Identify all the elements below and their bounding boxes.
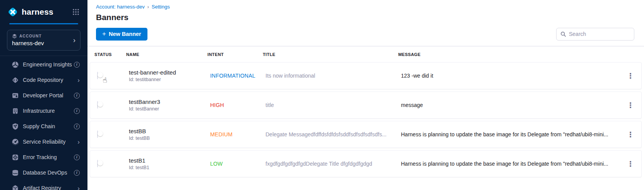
info-icon: i	[74, 154, 80, 160]
breadcrumb: Account: harness-dev › Settings	[96, 4, 635, 10]
banner-message: message	[401, 102, 620, 108]
sidebar-nav: Engineering Insights i Code Repository ›…	[0, 56, 87, 190]
banner-title: title	[265, 102, 401, 108]
main-content: Account: harness-dev › Settings Banners …	[87, 0, 644, 190]
status-toggle[interactable]	[97, 101, 98, 109]
intent-badge: INFORMATIONAL	[210, 73, 265, 79]
supply-chain-icon	[12, 123, 19, 130]
search-input[interactable]	[569, 31, 630, 37]
engineering-insights-icon	[12, 61, 19, 68]
intent-badge: HIGH	[210, 102, 265, 108]
account-scope-icon	[12, 34, 17, 39]
apps-grid-icon[interactable]	[72, 8, 80, 16]
sidebar-item-supply-chain[interactable]: Supply Chain i	[0, 119, 87, 134]
status-cell: ☝	[97, 160, 129, 167]
chevron-right-icon: ›	[77, 77, 80, 83]
plus-icon: +	[102, 30, 106, 38]
breadcrumb-account-link[interactable]: Account: harness-dev	[96, 4, 145, 10]
brand-row: harness	[0, 0, 87, 22]
service-reliability-icon	[12, 138, 19, 146]
name-cell: testBB Id: testBB	[129, 128, 210, 141]
account-name: harness-dev	[12, 40, 73, 46]
error-tracking-icon	[12, 154, 19, 161]
chevron-right-icon: ›	[73, 37, 75, 44]
sidebar-item-error-tracking[interactable]: Error Tracking i	[0, 149, 87, 165]
banner-message: Harness is planning to update the base i…	[401, 161, 620, 167]
account-label: ACCOUNT	[19, 34, 42, 38]
status-cell: ☝	[97, 131, 129, 138]
page-header: Account: harness-dev › Settings Banners	[87, 0, 644, 22]
kebab-menu-icon[interactable]: ⋮	[620, 102, 641, 109]
brand-underline	[9, 23, 78, 24]
brand-name: harness	[22, 7, 72, 17]
status-toggle[interactable]	[97, 72, 98, 79]
banners-table: STATUS NAME INTENT TITLE MESSAGE ☝ test-…	[87, 46, 644, 190]
database-devops-icon	[12, 169, 19, 176]
banner-id: Id: testBB	[129, 136, 210, 141]
col-name: NAME	[126, 52, 207, 57]
kebab-menu-icon[interactable]: ⋮	[620, 72, 641, 80]
sidebar-item-database-devops[interactable]: Database DevOps i	[0, 165, 87, 180]
banner-name: testBB	[129, 128, 210, 134]
toolbar: + New Banner	[87, 22, 644, 46]
banner-title: Delegate Messagedfdffdsfdfdsfsddfsdfsdfs…	[265, 131, 401, 137]
status-toggle[interactable]	[97, 160, 98, 167]
banner-message: Harness is planning to update the base i…	[401, 131, 620, 137]
new-banner-label: New Banner	[109, 31, 141, 37]
banner-name: testB1	[129, 157, 210, 164]
sidebar-item-service-reliability[interactable]: Service Reliability ›	[0, 134, 87, 149]
cursor-pointer-icon: ☝	[102, 75, 108, 84]
page-title: Banners	[96, 13, 635, 22]
banner-message: 123 -we did it	[401, 73, 620, 79]
kebab-menu-icon[interactable]: ⋮	[620, 131, 641, 138]
table-row[interactable]: ☝ test-banner-edited Id: testitbanner IN…	[90, 62, 642, 89]
table-body: ☝ test-banner-edited Id: testitbanner IN…	[87, 62, 644, 177]
search-box[interactable]	[556, 28, 634, 41]
infrastructure-icon	[12, 107, 19, 115]
chevron-right-icon: ›	[77, 139, 80, 145]
status-toggle[interactable]	[97, 131, 98, 138]
col-status: STATUS	[94, 52, 126, 57]
banner-title: Its now informational	[265, 73, 401, 79]
code-repository-icon	[12, 76, 19, 84]
banner-title: fxgdfgdfgdfgdfgdDelegate Title dfgfdgdfg…	[265, 161, 401, 167]
artifact-registry-icon	[12, 185, 19, 190]
table-header: STATUS NAME INTENT TITLE MESSAGE	[87, 46, 644, 62]
intent-badge: MEDIUM	[210, 131, 265, 137]
info-icon: i	[74, 108, 80, 114]
banner-id: Id: testB1	[129, 165, 210, 170]
chevron-right-icon: ›	[77, 185, 80, 190]
account-selector[interactable]: ACCOUNT harness-dev ›	[7, 30, 80, 51]
sidebar: harness ACCOUNT harness-dev › Engineerin…	[0, 0, 87, 190]
sidebar-item-code-repository[interactable]: Code Repository ›	[0, 72, 87, 88]
banner-name: testBanner3	[129, 98, 210, 105]
info-icon: i	[74, 62, 80, 68]
info-icon: i	[74, 93, 80, 98]
info-icon: i	[74, 170, 80, 176]
banner-name: test-banner-edited	[129, 69, 210, 76]
sidebar-item-artifact-registry[interactable]: Artifact Registry ›	[0, 180, 87, 190]
col-title: TITLE	[263, 52, 398, 57]
info-icon: i	[74, 124, 80, 129]
app-window: harness ACCOUNT harness-dev › Engineerin…	[0, 0, 644, 190]
status-cell: ☝	[97, 102, 129, 109]
sidebar-item-infrastructure[interactable]: Infrastructure i	[0, 103, 87, 119]
name-cell: testB1 Id: testB1	[129, 157, 210, 170]
name-cell: test-banner-edited Id: testitbanner	[129, 69, 210, 82]
sidebar-item-engineering-insights[interactable]: Engineering Insights i	[0, 57, 87, 72]
status-cell: ☝	[97, 72, 129, 79]
table-row[interactable]: ☝ testB1 Id: testB1 LOW fxgdfgdfgdfgdfgd…	[90, 150, 642, 177]
search-icon	[560, 31, 566, 37]
sidebar-item-developer-portal[interactable]: Developer Portal i	[0, 88, 87, 103]
breadcrumb-settings-link[interactable]: Settings	[152, 4, 170, 10]
intent-badge: LOW	[210, 161, 265, 167]
col-intent: INTENT	[207, 52, 263, 57]
col-message: MESSAGE	[398, 52, 622, 57]
banner-id: Id: testBanner	[129, 106, 210, 112]
kebab-menu-icon[interactable]: ⋮	[620, 160, 641, 168]
developer-portal-icon	[12, 92, 19, 99]
new-banner-button[interactable]: + New Banner	[96, 28, 147, 41]
table-row[interactable]: ☝ testBB Id: testBB MEDIUM Delegate Mess…	[90, 121, 642, 148]
table-row[interactable]: ☝ testBanner3 Id: testBanner HIGH title …	[90, 92, 642, 119]
name-cell: testBanner3 Id: testBanner	[129, 98, 210, 112]
